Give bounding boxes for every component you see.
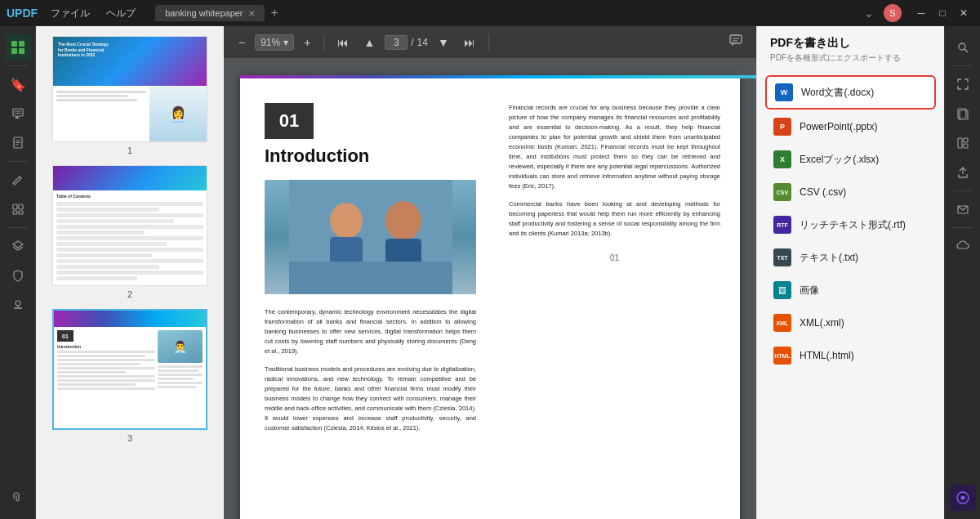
maximize-button[interactable]: □	[933, 3, 952, 23]
zoom-display[interactable]: 91% ▾	[255, 34, 294, 51]
pdf-area: − 91% ▾ + ⏮ ▲ / 14 ▼ ⏭	[224, 26, 756, 519]
thumbnail-frame-2[interactable]: Table of Contents	[52, 165, 207, 286]
right-icon-ai[interactable]	[950, 485, 976, 511]
tab-title: banking whitepaper	[165, 8, 243, 18]
export-label-xml: XML(.xml)	[800, 317, 844, 329]
zoom-chevron-icon: ▾	[283, 37, 288, 48]
svg-rect-2	[11, 48, 17, 54]
next-page-button[interactable]: ▼	[433, 33, 454, 52]
thumbnail-frame-1[interactable]: The Most Crucial Strategyfor Banks and F…	[52, 36, 207, 142]
tab-close-icon[interactable]: ✕	[248, 9, 255, 18]
export-item-word[interactable]: W Word文書(.docx)	[765, 75, 936, 110]
intro-photo	[265, 180, 476, 294]
sidebar-divider-3	[8, 227, 28, 228]
zoom-out-button[interactable]: −	[234, 33, 250, 52]
chevron-down-icon[interactable]: ⌄	[861, 7, 877, 20]
html-icon: HTML	[773, 347, 791, 365]
export-label-csv: CSV (.csv)	[800, 186, 846, 198]
avatar[interactable]: S	[884, 4, 902, 22]
menu-file[interactable]: ファイル	[44, 5, 96, 22]
thumbnail-item-3[interactable]: 01 Introduction	[42, 309, 217, 443]
sidebar-icon-layers[interactable]	[5, 233, 31, 259]
export-item-txt[interactable]: TXT テキスト(.txt)	[765, 242, 936, 273]
export-label-excel: Excelブック(.xlsx)	[800, 153, 879, 167]
export-subtitle: PDFを各種形式にエクスポートする	[770, 52, 931, 64]
thumbnail-label-2: 2	[127, 289, 132, 299]
export-item-csv[interactable]: CSV CSV (.csv)	[765, 177, 936, 208]
close-button[interactable]: ✕	[954, 3, 973, 23]
export-item-excel[interactable]: X Excelブック(.xlsx)	[765, 144, 936, 175]
svg-rect-34	[958, 138, 962, 148]
right-icon-share[interactable]	[950, 159, 976, 186]
thumbnail-item-1[interactable]: The Most Crucial Strategyfor Banks and F…	[42, 36, 217, 155]
txt-icon: TXT	[773, 248, 791, 266]
export-item-rtf[interactable]: RTF リッチテキスト形式(.rtf)	[765, 209, 936, 240]
page-footer-number: 01	[509, 247, 720, 262]
sidebar-icon-attachment[interactable]	[5, 485, 31, 511]
zoom-in-button[interactable]: +	[299, 33, 315, 52]
svg-line-31	[964, 49, 968, 52]
export-label-rtf: リッチテキスト形式(.rtf)	[800, 218, 906, 232]
sidebar-icon-annotation[interactable]	[5, 101, 31, 127]
intro-title: Introduction	[265, 145, 476, 167]
svg-point-27	[385, 201, 421, 240]
svg-rect-0	[11, 41, 17, 47]
thumbnail-item-2[interactable]: Table of Contents 2	[42, 165, 217, 299]
page-top-gradient	[240, 75, 756, 78]
tab-bar: banking whitepaper ✕ +	[155, 5, 854, 21]
right-icon-mail[interactable]	[950, 196, 976, 222]
menu-help[interactable]: ヘルプ	[100, 5, 142, 22]
svg-rect-13	[13, 204, 17, 209]
right-icon-fit[interactable]	[950, 71, 976, 97]
intro-number-box: 01	[265, 103, 314, 139]
prev-page-button[interactable]: ▲	[359, 33, 380, 52]
sidebar-icon-protect[interactable]	[5, 262, 31, 289]
right-icon-pages[interactable]	[950, 101, 976, 127]
right-divider-2	[953, 190, 973, 191]
last-page-button[interactable]: ⏭	[459, 33, 480, 52]
minimize-button[interactable]: ─	[911, 3, 931, 23]
sidebar-icon-stamp[interactable]	[5, 292, 31, 318]
export-label-txt: テキスト(.txt)	[800, 251, 858, 265]
svg-line-12	[20, 177, 21, 178]
sidebar-icon-bookmark[interactable]: 🔖	[5, 71, 31, 97]
export-item-html[interactable]: HTML HTML(.html)	[765, 340, 936, 371]
page-right-text: Financial records are crucial for any bu…	[509, 103, 720, 239]
right-divider-3	[953, 227, 973, 228]
right-icon-search[interactable]	[950, 34, 976, 60]
first-page-button[interactable]: ⏮	[332, 33, 354, 52]
sidebar-icon-organize[interactable]	[5, 196, 31, 222]
rtf-icon: RTF	[773, 216, 791, 234]
left-sidebar: 🔖	[0, 26, 36, 519]
zoom-value: 91%	[261, 37, 280, 48]
sidebar-divider-1	[8, 65, 28, 66]
thumbnail-frame-3[interactable]: 01 Introduction	[52, 309, 207, 430]
page-separator: /	[411, 37, 413, 48]
tab-add-icon[interactable]: +	[268, 6, 282, 20]
toolbar-separator-2	[488, 34, 489, 51]
sidebar-icon-pages[interactable]	[5, 130, 31, 156]
toolbar-separator-1	[323, 34, 324, 51]
thumb1-title: The Most Crucial Strategyfor Banks and F…	[58, 42, 202, 58]
page-number-input[interactable]	[385, 35, 408, 50]
page-content-area: 01 Introduction	[224, 59, 756, 519]
intro-photo-svg	[289, 180, 452, 294]
svg-rect-35	[964, 138, 968, 142]
main-layout: 🔖	[0, 26, 980, 519]
tab-banking-whitepaper[interactable]: banking whitepaper ✕	[155, 5, 264, 21]
right-icon-cloud[interactable]	[950, 233, 976, 259]
svg-point-30	[959, 43, 965, 50]
pdf-toolbar: − 91% ▾ + ⏮ ▲ / 14 ▼ ⏭	[224, 26, 756, 59]
csv-icon: CSV	[773, 183, 791, 201]
sidebar-icon-thumbnails[interactable]	[5, 34, 31, 60]
right-icon-layout[interactable]	[950, 130, 976, 156]
export-item-img[interactable]: 🖼 画像	[765, 275, 936, 306]
img-icon: 🖼	[773, 281, 791, 299]
export-item-ppt[interactable]: P PowerPoint(.pptx)	[765, 111, 936, 142]
intro-number: 01	[279, 110, 299, 132]
comment-button[interactable]	[725, 30, 746, 55]
export-item-xml[interactable]: XML XML(.xml)	[765, 307, 936, 338]
sidebar-icon-edit[interactable]	[5, 167, 31, 193]
page-total: 14	[417, 37, 428, 48]
export-list: W Word文書(.docx) P PowerPoint(.pptx) X Ex…	[757, 69, 944, 519]
